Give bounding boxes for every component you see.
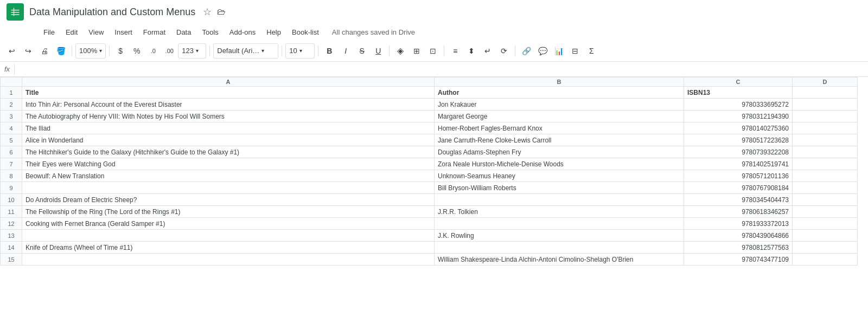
cell-d6[interactable] <box>793 146 858 158</box>
cell-d12[interactable] <box>793 218 858 230</box>
cell-c11[interactable]: 9780618346257 <box>684 206 793 218</box>
cell-c14[interactable]: 9780812577563 <box>684 242 793 254</box>
chart-button[interactable]: 📊 <box>551 43 566 59</box>
cell-b3[interactable]: Margaret George <box>435 111 684 122</box>
cell-d3[interactable] <box>793 111 858 122</box>
filter-button[interactable]: ⊟ <box>567 43 583 59</box>
redo-button[interactable]: ↪ <box>21 43 36 59</box>
strikethrough-button[interactable]: S <box>354 43 369 59</box>
cell-a2[interactable]: Into Thin Air: Personal Account of the E… <box>22 99 435 111</box>
zoom-select[interactable]: 100% ▾ <box>75 43 106 59</box>
cell-a9[interactable] <box>22 182 435 194</box>
cell-d14[interactable] <box>793 242 858 254</box>
cell-b13[interactable]: J.K. Rowling <box>435 230 684 242</box>
fontsize-select[interactable]: 10 ▾ <box>285 43 315 59</box>
cell-c8[interactable]: 9780571201136 <box>684 170 793 182</box>
cell-b15[interactable]: William Shakespeare-Linda Alchin-Antoni … <box>435 254 684 265</box>
link-button[interactable]: 🔗 <box>519 43 534 59</box>
cell-d13[interactable] <box>793 230 858 242</box>
merge-button[interactable]: ⊡ <box>425 43 441 59</box>
menu-item-edit[interactable]: Edit <box>61 26 82 38</box>
cell-c13[interactable]: 9780439064866 <box>684 230 793 242</box>
decimal00-button[interactable]: .00 <box>162 43 177 59</box>
formula-input[interactable] <box>19 64 864 75</box>
format-select[interactable]: 123 ▾ <box>178 43 206 59</box>
align-button[interactable]: ≡ <box>448 43 463 59</box>
undo-button[interactable]: ↩ <box>4 43 20 59</box>
cell-d15[interactable] <box>793 254 858 265</box>
comment-button[interactable]: 💬 <box>535 43 550 59</box>
cell-c4[interactable]: 9780140275360 <box>684 122 793 134</box>
cell-c1[interactable]: ISBN13 <box>684 87 793 99</box>
cell-b4[interactable]: Homer-Robert Fagles-Bernard Knox <box>435 122 684 134</box>
cell-c6[interactable]: 9780739322208 <box>684 146 793 158</box>
cell-d4[interactable] <box>793 122 858 134</box>
function-button[interactable]: Σ <box>584 43 599 59</box>
italic-button[interactable]: I <box>338 43 353 59</box>
cell-a4[interactable]: The Iliad <box>22 122 435 134</box>
cell-a15[interactable] <box>22 254 435 265</box>
menu-item-format[interactable]: Format <box>139 26 170 38</box>
col-header-b[interactable]: B <box>435 77 684 87</box>
cell-b12[interactable] <box>435 218 684 230</box>
cell-a8[interactable]: Beowulf: A New Translation <box>22 170 435 182</box>
col-header-a[interactable]: A <box>22 77 435 87</box>
cell-b2[interactable]: Jon Krakauer <box>435 99 684 111</box>
cell-a7[interactable]: Their Eyes were Watching God <box>22 158 435 170</box>
cell-b6[interactable]: Douglas Adams-Stephen Fry <box>435 146 684 158</box>
menu-item-addons[interactable]: Add-ons <box>225 26 260 38</box>
cell-d11[interactable] <box>793 206 858 218</box>
cell-a12[interactable]: Cooking with Fernet Branca (Gerald Sampe… <box>22 218 435 230</box>
cell-d7[interactable] <box>793 158 858 170</box>
cell-a11[interactable]: The Fellowship of the Ring (The Lord of … <box>22 206 435 218</box>
font-select[interactable]: Default (Ari… ▾ <box>213 43 278 59</box>
cell-d9[interactable] <box>793 182 858 194</box>
cell-b1[interactable]: Author <box>435 87 684 99</box>
cell-d5[interactable] <box>793 134 858 146</box>
cell-c9[interactable]: 9780767908184 <box>684 182 793 194</box>
col-header-c[interactable]: C <box>684 77 793 87</box>
cell-a5[interactable]: Alice in Wonderland <box>22 134 435 146</box>
cell-c12[interactable]: 9781933372013 <box>684 218 793 230</box>
cell-a6[interactable]: The Hitchhiker's Guide to the Galaxy (Hi… <box>22 146 435 158</box>
fill-color-button[interactable]: ◈ <box>393 43 408 59</box>
cell-b5[interactable]: Jane Carruth-Rene Cloke-Lewis Carroll <box>435 134 684 146</box>
cell-b9[interactable]: Bill Bryson-William Roberts <box>435 182 684 194</box>
wrap-button[interactable]: ↵ <box>480 43 495 59</box>
cell-c7[interactable]: 9781402519741 <box>684 158 793 170</box>
bold-button[interactable]: B <box>322 43 337 59</box>
star-icon[interactable]: ☆ <box>203 6 212 18</box>
cell-d2[interactable] <box>793 99 858 111</box>
cell-b10[interactable] <box>435 194 684 206</box>
menu-item-insert[interactable]: Insert <box>110 26 137 38</box>
print-button[interactable]: 🖨 <box>37 43 52 59</box>
cell-a1[interactable]: Title <box>22 87 435 99</box>
cell-c10[interactable]: 9780345404473 <box>684 194 793 206</box>
cell-c3[interactable]: 9780312194390 <box>684 111 793 122</box>
menu-item-file[interactable]: File <box>39 26 59 38</box>
col-header-d[interactable]: D <box>793 77 858 87</box>
folder-icon[interactable]: 🗁 <box>217 7 226 17</box>
menu-item-view[interactable]: View <box>84 26 108 38</box>
cell-d8[interactable] <box>793 170 858 182</box>
cell-a10[interactable]: Do Androids Dream of Electric Sheep? <box>22 194 435 206</box>
currency-button[interactable]: $ <box>113 43 128 59</box>
cell-a14[interactable]: Knife of Dreams (Wheel of Time #11) <box>22 242 435 254</box>
menu-item-data[interactable]: Data <box>172 26 195 38</box>
paint-format-button[interactable]: 🪣 <box>53 43 68 59</box>
cell-c2[interactable]: 9780333695272 <box>684 99 793 111</box>
cell-b11[interactable]: J.R.R. Tolkien <box>435 206 684 218</box>
rotate-button[interactable]: ⟳ <box>496 43 512 59</box>
valign-button[interactable]: ⬍ <box>464 43 479 59</box>
cell-a3[interactable]: The Autobiography of Henry VIII: With No… <box>22 111 435 122</box>
cell-d1[interactable] <box>793 87 858 99</box>
decimal0-button[interactable]: .0 <box>145 43 161 59</box>
menu-item-help[interactable]: Help <box>262 26 285 38</box>
borders-button[interactable]: ⊞ <box>409 43 424 59</box>
menu-item-tools[interactable]: Tools <box>197 26 222 38</box>
cell-c5[interactable]: 9780517223628 <box>684 134 793 146</box>
menu-item-booklist[interactable]: Book-list <box>288 26 323 38</box>
cell-b8[interactable]: Unknown-Seamus Heaney <box>435 170 684 182</box>
underline-button[interactable]: U <box>371 43 386 59</box>
percent-button[interactable]: % <box>129 43 144 59</box>
